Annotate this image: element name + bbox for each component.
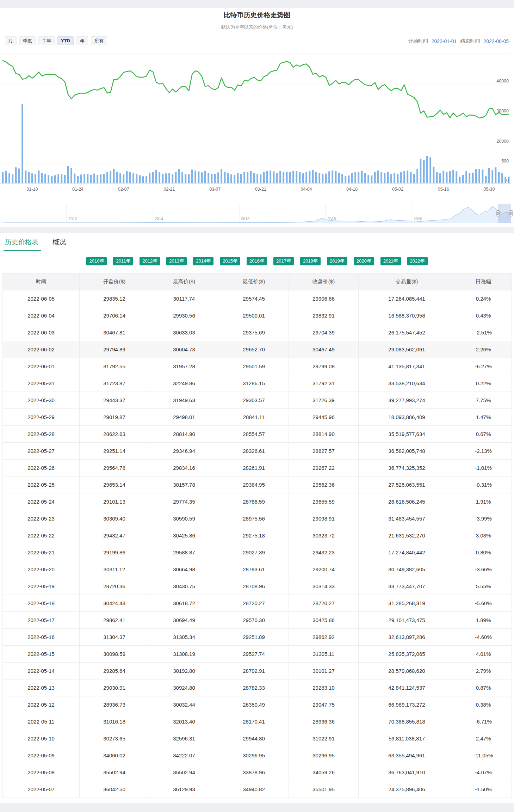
year-button-2014年[interactable]: 2014年 — [193, 257, 213, 265]
table-cell: 29346.94 — [149, 443, 219, 460]
range-button-季度[interactable]: 季度 — [19, 36, 36, 45]
table-cell: 31305.11 — [289, 646, 359, 663]
year-button-2020年[interactable]: 2020年 — [354, 257, 374, 265]
table-cell: 30314.33 — [289, 578, 359, 595]
svg-text:2012: 2012 — [68, 217, 77, 221]
table-cell: 0.80% — [455, 544, 512, 561]
table-cell: 31792.31 — [289, 375, 359, 392]
table-cell: 35502.94 — [149, 764, 219, 781]
table-row: 2022-05-0835502.9435502.9433878.9634059.… — [3, 764, 512, 781]
table-cell: 29199.86 — [80, 544, 149, 561]
top-gray-band — [0, 0, 514, 8]
table-cell: 29652.70 — [219, 341, 289, 358]
table-cell: 36129.93 — [149, 781, 219, 798]
table-cell: 29653.14 — [80, 476, 149, 493]
column-header: 日涨幅 — [455, 273, 512, 290]
table-cell: 2022-06-02 — [3, 341, 80, 358]
year-button-2015年[interactable]: 2015年 — [220, 257, 240, 265]
table-cell: 0.24% — [455, 290, 512, 307]
tab-history-price-table[interactable]: 历史价格表 — [5, 238, 38, 251]
table-cell: 29303.57 — [219, 392, 289, 409]
navigator-right-handle[interactable] — [510, 211, 513, 216]
bottom-gray-band — [0, 803, 514, 812]
end-date-value[interactable]: 2022-06-05 — [483, 38, 509, 44]
table-row: 2022-06-0229794.8930604.7329652.7030467.… — [3, 341, 512, 358]
table-row: 2022-05-2529653.1430157.7829384.9529562.… — [3, 476, 512, 493]
table-cell: 28720.27 — [289, 595, 359, 612]
table-row: 2022-05-1830424.4830618.7228720.2728720.… — [3, 595, 512, 612]
year-button-2016年[interactable]: 2016年 — [247, 257, 267, 265]
range-button-月[interactable]: 月 — [5, 36, 17, 45]
table-cell: 63,355,494,961 — [359, 747, 455, 764]
year-button-2019年[interactable]: 2019年 — [327, 257, 347, 265]
table-cell: 2022-05-21 — [3, 544, 80, 561]
year-button-2017年[interactable]: 2017年 — [273, 257, 294, 265]
column-header: 交易量($) — [359, 273, 455, 290]
table-cell: 1.47% — [455, 409, 512, 426]
year-button-2010年[interactable]: 2010年 — [86, 257, 107, 265]
range-button-YTD[interactable]: YTD — [57, 36, 74, 45]
year-button-2012年[interactable]: 2012年 — [140, 257, 160, 265]
table-cell: 26,616,506,245 — [359, 493, 455, 510]
svg-text:01-24: 01-24 — [72, 187, 83, 192]
svg-text:03-21: 03-21 — [255, 187, 266, 192]
table-cell: 30296.95 — [219, 747, 289, 764]
range-button-年[interactable]: 年 — [76, 36, 88, 45]
table-header-row: 时间开盘价($)最高价($)最低价($)收盘价($)交易量($)日涨幅 — [3, 273, 512, 290]
table-cell: -1.01% — [455, 460, 512, 476]
year-button-2022年[interactable]: 2022年 — [407, 257, 428, 265]
year-button-2011年[interactable]: 2011年 — [113, 257, 133, 265]
table-cell: 29794.89 — [80, 341, 149, 358]
page-title: 比特币历史价格走势图 — [0, 11, 514, 20]
svg-text:05-02: 05-02 — [392, 187, 403, 192]
table-cell: 28782.33 — [219, 679, 289, 696]
table-cell: 29655.59 — [289, 493, 359, 510]
svg-text:02-21: 02-21 — [164, 187, 175, 192]
table-cell: 29,101,473,475 — [359, 612, 455, 629]
table-cell: 2022-05-18 — [3, 595, 80, 612]
table-row: 2022-05-1530098.5931308.1929527.7431305.… — [3, 646, 512, 663]
start-date-label: 开始时间 — [408, 38, 428, 44]
table-row: 2022-05-1631304.3731305.3429251.8929862.… — [3, 629, 512, 646]
table-row: 2022-05-2429101.1329774.3528786.5929655.… — [3, 493, 512, 510]
table-cell: 41,135,817,341 — [359, 358, 455, 375]
table-cell: 30273.65 — [80, 730, 149, 747]
chart-navigator[interactable]: 201220142016201820202022 — [0, 204, 514, 224]
table-cell: 30192.80 — [149, 663, 219, 679]
year-button-2018年[interactable]: 2018年 — [300, 257, 321, 265]
table-cell: 2022-05-20 — [3, 561, 80, 578]
table-cell: 30924.80 — [149, 679, 219, 696]
x-axis-labels: 01-1001-2402-0702-2103-0703-2104-0404-18… — [26, 187, 495, 192]
table-cell: -6.27% — [455, 358, 512, 375]
navigator-selected-range[interactable] — [498, 204, 511, 223]
table-cell: 29799.08 — [289, 358, 359, 375]
table-cell: 21,631,532,270 — [359, 527, 455, 544]
table-cell: 28936.36 — [289, 713, 359, 730]
svg-text:05-16: 05-16 — [438, 187, 449, 192]
table-cell: 26350.49 — [219, 696, 289, 713]
table-cell: 29251.89 — [219, 629, 289, 646]
table-row: 2022-06-0330467.8130633.0329375.6929704.… — [3, 324, 512, 341]
table-cell: 2022-05-25 — [3, 476, 80, 493]
table-cell: 27,525,063,551 — [359, 476, 455, 493]
range-button-半年[interactable]: 半年 — [38, 36, 55, 45]
table-cell: 29275.18 — [219, 527, 289, 544]
year-button-2021年[interactable]: 2021年 — [380, 257, 401, 265]
table-cell: 2022-05-14 — [3, 663, 80, 679]
table-cell: 31949.63 — [149, 392, 219, 409]
range-button-所有[interactable]: 所有 — [91, 36, 107, 45]
table-cell: 29835.12 — [80, 290, 149, 307]
table-cell: 28261.91 — [219, 460, 289, 476]
page: 比特币历史价格走势图 默认为今年以来的价格(单位：美元) 月季度半年YTD年所有… — [0, 0, 514, 812]
table-cell: 29432.47 — [80, 527, 149, 544]
table-row: 2022-05-1131016.1832013.4028170.4128936.… — [3, 713, 512, 730]
year-button-2013年[interactable]: 2013年 — [166, 257, 187, 265]
price-line — [3, 61, 509, 118]
table-cell: 2022-05-13 — [3, 679, 80, 696]
table-cell: 28841.11 — [219, 409, 289, 426]
start-date-value[interactable]: 2022-01-01 — [432, 38, 457, 44]
navigator-left-handle[interactable] — [497, 211, 500, 216]
column-header: 收盘价($) — [289, 273, 359, 290]
tab-overview[interactable]: 概况 — [52, 238, 66, 251]
table-row: 2022-06-0529835.1230117.7429574.4529906.… — [3, 290, 512, 307]
